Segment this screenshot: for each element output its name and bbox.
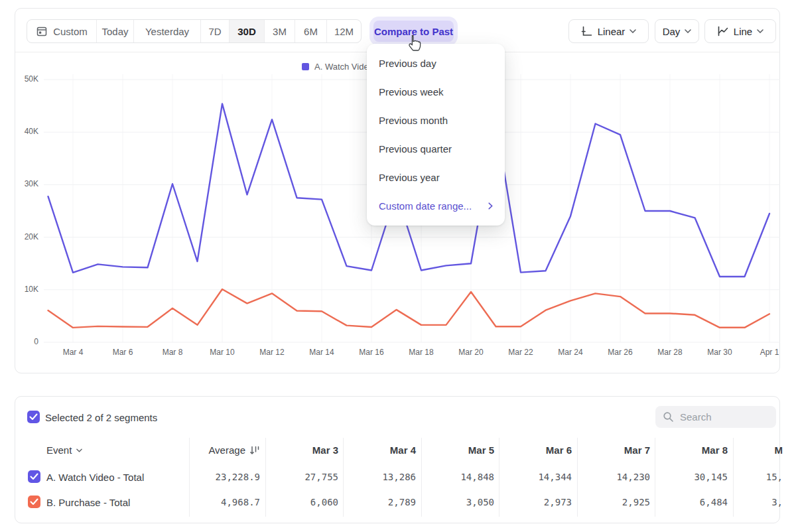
average-column-header: Average — [187, 444, 260, 456]
table-cell: 13,286 — [343, 472, 416, 482]
check-icon — [30, 473, 38, 480]
search-icon — [663, 411, 674, 423]
legend-item-watch-video[interactable]: A. Watch Video — [302, 62, 373, 72]
chevron-down-icon — [76, 448, 82, 452]
selected-segments-text: Selected 2 of 2 segments — [45, 412, 157, 423]
search-input[interactable]: Search — [655, 406, 776, 428]
table-cell: 2,789 — [343, 497, 416, 507]
table-cell-clipped: 3, — [733, 497, 783, 507]
segment-b-label: B. Purchase - Total — [46, 497, 130, 508]
table-cell: 27,755 — [265, 472, 338, 482]
date-preset-label: Custom — [53, 26, 88, 37]
menu-item-previous-quarter[interactable]: Previous quarter — [367, 135, 505, 163]
table-cell: 14,230 — [577, 472, 650, 482]
chevron-down-icon — [630, 29, 636, 33]
segment-b-checkbox[interactable] — [28, 496, 40, 508]
compare-to-past-menu: Previous day Previous week Previous mont… — [367, 44, 505, 226]
segment-a-checkbox[interactable] — [28, 470, 40, 483]
table-cell: 4,968.7 — [187, 497, 260, 507]
table-cell: 3,050 — [421, 497, 494, 507]
menu-item-previous-day[interactable]: Previous day — [367, 49, 505, 78]
table-cell-clipped: 15, — [733, 472, 783, 482]
date-preset-custom[interactable]: Custom — [27, 20, 97, 42]
linear-axis-icon — [581, 25, 593, 37]
date-preset-7d[interactable]: 7D — [201, 20, 230, 42]
table-cell: 23,228.9 — [187, 472, 260, 482]
chart-type-dropdown-button[interactable]: Line — [704, 19, 776, 43]
date-range-segmented-control: Custom Today Yesterday 7D 30D 3M 6M 12M — [27, 19, 362, 43]
chevron-down-icon — [757, 29, 763, 33]
chevron-down-icon — [685, 29, 691, 33]
chevron-right-icon — [488, 202, 493, 210]
scale-dropdown-button[interactable]: Linear — [568, 19, 649, 43]
date-column-header: Mar 7 — [577, 444, 650, 456]
date-column-header: Mar 3 — [265, 444, 338, 456]
check-icon — [29, 413, 38, 421]
event-column-header[interactable]: Event — [46, 444, 82, 456]
menu-item-custom-date-range[interactable]: Custom date range... — [367, 192, 505, 220]
menu-item-previous-year[interactable]: Previous year — [367, 163, 505, 192]
select-all-segments-checkbox[interactable] — [27, 411, 40, 423]
date-preset-today[interactable]: Today — [97, 20, 134, 42]
table-cell: 6,060 — [265, 497, 338, 507]
search-placeholder: Search — [680, 411, 712, 423]
date-column-header: Mar 5 — [421, 444, 494, 456]
check-icon — [30, 498, 38, 505]
calendar-icon — [36, 25, 48, 37]
table-cell: 14,848 — [421, 472, 494, 482]
segment-a-label: A. Watch Video - Total — [46, 472, 144, 483]
table-cell: 30,145 — [655, 472, 728, 482]
date-preset-yesterday[interactable]: Yesterday — [134, 20, 201, 42]
table-cell: 14,344 — [499, 472, 572, 482]
analytics-dashboard: 010K20K30K40K50KMar 4Mar 6Mar 8Mar 10Mar… — [0, 0, 796, 532]
date-preset-12m[interactable]: 12M — [327, 20, 361, 42]
menu-item-previous-month[interactable]: Previous month — [367, 106, 505, 135]
compare-to-past-button[interactable]: Compare to Past — [373, 21, 454, 42]
sort-descending-icon[interactable] — [249, 446, 260, 455]
legend-swatch-purple — [302, 63, 309, 70]
table-cell: 2,973 — [499, 497, 572, 507]
legend-label: A. Watch Video — [314, 62, 373, 72]
date-column-header: Mar 8 — [655, 444, 728, 456]
menu-item-previous-week[interactable]: Previous week — [367, 78, 505, 106]
date-preset-3m[interactable]: 3M — [265, 20, 295, 42]
date-column-header: Mar 4 — [343, 444, 416, 456]
date-preset-30d-active[interactable]: 30D — [230, 20, 265, 42]
table-cell: 2,925 — [577, 497, 650, 507]
date-column-header-clipped: M — [733, 444, 783, 456]
granularity-dropdown-button[interactable]: Day — [655, 19, 699, 43]
date-column-header: Mar 6 — [499, 444, 572, 456]
date-preset-6m[interactable]: 6M — [295, 20, 327, 42]
table-cell: 6,484 — [655, 497, 728, 507]
line-chart-icon — [717, 25, 729, 37]
